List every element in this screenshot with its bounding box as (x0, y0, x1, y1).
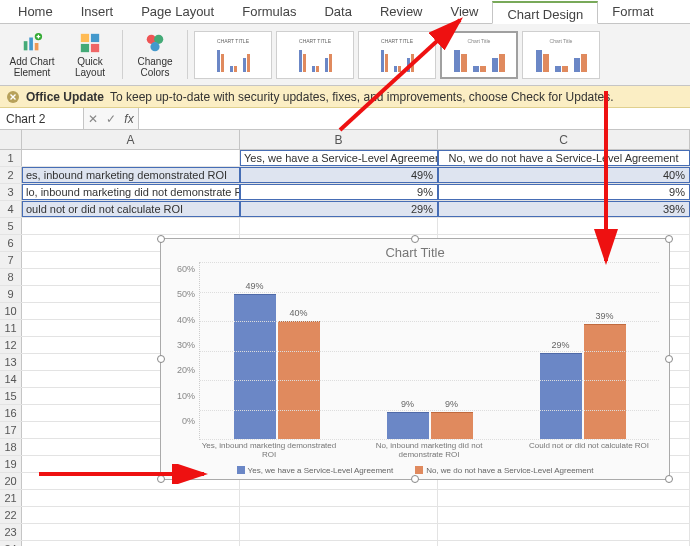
resize-handle[interactable] (157, 355, 165, 363)
data-bar[interactable]: 9% (431, 412, 473, 439)
col-header[interactable]: B (240, 130, 438, 149)
cell[interactable]: Yes, we have a Service-Level Agreement (240, 150, 438, 166)
resize-handle[interactable] (411, 475, 419, 483)
resize-handle[interactable] (157, 235, 165, 243)
tab-data[interactable]: Data (310, 0, 365, 23)
cell[interactable] (22, 218, 240, 234)
tab-formulas[interactable]: Formulas (228, 0, 310, 23)
cell[interactable] (438, 541, 690, 546)
tab-home[interactable]: Home (4, 0, 67, 23)
row-header[interactable]: 2 (0, 167, 22, 183)
tab-insert[interactable]: Insert (67, 0, 128, 23)
resize-handle[interactable] (157, 475, 165, 483)
row-header[interactable]: 13 (0, 354, 22, 370)
row-header[interactable]: 11 (0, 320, 22, 336)
chart-style-thumb[interactable]: CHART TITLE (358, 31, 436, 79)
tab-chart-design[interactable]: Chart Design (492, 1, 598, 24)
row-header[interactable]: 21 (0, 490, 22, 506)
close-icon[interactable] (6, 90, 20, 104)
row-header[interactable]: 18 (0, 439, 22, 455)
ytick: 20% (171, 365, 195, 375)
data-bar[interactable]: 29% (540, 353, 582, 439)
legend[interactable]: Yes, we have a Service-Level AgreementNo… (161, 462, 669, 475)
row-header[interactable]: 1 (0, 150, 22, 166)
cell[interactable] (240, 507, 438, 523)
cell[interactable]: lo, inbound marketing did not demonstrat… (22, 184, 240, 200)
data-bar[interactable]: 49% (234, 294, 276, 439)
row-header[interactable]: 6 (0, 235, 22, 251)
cell[interactable]: No, we do not have a Service-Level Agree… (438, 150, 690, 166)
row-header[interactable]: 20 (0, 473, 22, 489)
chart-styles-gallery: CHART TITLE CHART TITLE CHART TITLE Char… (192, 26, 686, 83)
row-header[interactable]: 10 (0, 303, 22, 319)
row-header[interactable]: 5 (0, 218, 22, 234)
cell[interactable] (438, 524, 690, 540)
row-header[interactable]: 7 (0, 252, 22, 268)
row-header[interactable]: 22 (0, 507, 22, 523)
chart-style-thumb[interactable]: Chart Title (440, 31, 518, 79)
svg-rect-1 (29, 37, 33, 50)
cell[interactable] (240, 490, 438, 506)
cell[interactable] (438, 507, 690, 523)
row-header[interactable]: 3 (0, 184, 22, 200)
add-chart-element-button[interactable]: Add Chart Element (4, 26, 60, 83)
row-header[interactable]: 8 (0, 269, 22, 285)
name-box[interactable]: Chart 2 (0, 108, 84, 129)
cell[interactable]: 29% (240, 201, 438, 217)
tab-format[interactable]: Format (598, 0, 667, 23)
resize-handle[interactable] (665, 355, 673, 363)
cell[interactable] (22, 541, 240, 546)
tab-page-layout[interactable]: Page Layout (127, 0, 228, 23)
cell[interactable]: es, inbound marketing demonstrated ROI (22, 167, 240, 183)
cell[interactable] (240, 541, 438, 546)
col-header[interactable]: A (22, 130, 240, 149)
resize-handle[interactable] (665, 235, 673, 243)
cell[interactable] (240, 524, 438, 540)
quick-layout-button[interactable]: Quick Layout (62, 26, 118, 83)
fbar-cancel-icon[interactable]: ✕ (84, 112, 102, 126)
cell[interactable] (438, 490, 690, 506)
cell[interactable] (22, 524, 240, 540)
cell[interactable]: 9% (438, 184, 690, 200)
row-header[interactable]: 19 (0, 456, 22, 472)
cell[interactable] (22, 490, 240, 506)
resize-handle[interactable] (411, 235, 419, 243)
cell[interactable] (22, 507, 240, 523)
row-header[interactable]: 14 (0, 371, 22, 387)
category-label: Yes, inbound marketing demonstrated ROI (189, 440, 349, 462)
tab-review[interactable]: Review (366, 0, 437, 23)
change-colors-button[interactable]: Change Colors (127, 26, 183, 83)
legend-item[interactable]: Yes, we have a Service-Level Agreement (237, 466, 394, 475)
cell[interactable] (22, 150, 240, 166)
data-bar[interactable]: 39% (584, 324, 626, 439)
cell[interactable] (240, 218, 438, 234)
tab-view[interactable]: View (437, 0, 493, 23)
row-header[interactable]: 9 (0, 286, 22, 302)
row-header[interactable]: 12 (0, 337, 22, 353)
cell[interactable] (438, 218, 690, 234)
plot-area[interactable]: 49%40%9%9%29%39% (199, 262, 659, 440)
cell[interactable]: 9% (240, 184, 438, 200)
data-bar[interactable]: 9% (387, 412, 429, 439)
cell[interactable]: 49% (240, 167, 438, 183)
row-header[interactable]: 4 (0, 201, 22, 217)
row-header[interactable]: 16 (0, 405, 22, 421)
chart-style-thumb[interactable]: CHART TITLE (276, 31, 354, 79)
row-header[interactable]: 24 (0, 541, 22, 546)
chart-style-thumb[interactable]: Chart Title (522, 31, 600, 79)
chart-object[interactable]: Chart Title 60% 50% 40% 30% 20% 10% 0% 4… (160, 238, 670, 480)
fbar-enter-icon[interactable]: ✓ (102, 112, 120, 126)
chart-style-thumb[interactable]: CHART TITLE (194, 31, 272, 79)
cell[interactable]: 39% (438, 201, 690, 217)
resize-handle[interactable] (665, 475, 673, 483)
row-header[interactable]: 23 (0, 524, 22, 540)
legend-item[interactable]: No, we do not have a Service-Level Agree… (415, 466, 593, 475)
formula-input[interactable] (138, 108, 690, 129)
cell[interactable]: ould not or did not calculate ROI (22, 201, 240, 217)
svg-rect-5 (91, 33, 99, 41)
col-header[interactable]: C (438, 130, 690, 149)
row-header[interactable]: 15 (0, 388, 22, 404)
cell[interactable]: 40% (438, 167, 690, 183)
row-header[interactable]: 17 (0, 422, 22, 438)
fx-label[interactable]: fx (120, 112, 138, 126)
